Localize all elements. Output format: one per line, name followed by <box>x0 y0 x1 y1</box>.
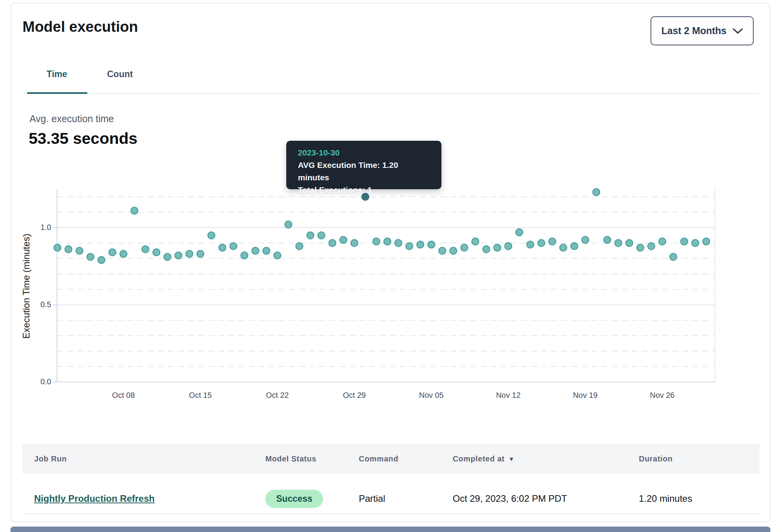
table-row-status-cell: Success <box>265 488 323 510</box>
scatter-point[interactable] <box>153 249 160 256</box>
scatter-point[interactable] <box>549 238 556 245</box>
scatter-point[interactable] <box>406 243 413 250</box>
scatter-point[interactable] <box>164 254 171 261</box>
column-header-command: Command <box>359 444 398 474</box>
scatter-point[interactable] <box>54 244 61 251</box>
tooltip-total-executions: Total Executions: 1 <box>298 184 430 196</box>
scatter-point[interactable] <box>230 243 237 250</box>
scatter-point[interactable] <box>329 240 336 247</box>
scatter-point[interactable] <box>681 238 688 245</box>
scatter-point[interactable] <box>87 254 94 261</box>
scatter-point[interactable] <box>615 240 622 247</box>
scatter-point[interactable] <box>692 240 699 247</box>
scatter-point[interactable] <box>175 252 182 259</box>
table-row-job-run-cell: Nightly Production Refresh <box>34 488 155 510</box>
scatter-point[interactable] <box>65 246 72 253</box>
scatter-point[interactable] <box>373 238 380 245</box>
sort-desc-icon: ▼ <box>509 456 514 462</box>
scatter-point[interactable] <box>483 246 490 253</box>
scatter-point[interactable] <box>307 232 314 239</box>
scatter-point[interactable] <box>648 243 655 250</box>
scatter-point[interactable] <box>186 250 193 257</box>
scatter-point[interactable] <box>395 240 402 247</box>
column-header-duration: Duration <box>639 444 673 474</box>
scatter-point[interactable] <box>417 241 424 248</box>
scatter-point[interactable] <box>219 244 226 251</box>
scatter-point[interactable] <box>604 237 611 244</box>
scatter-point[interactable] <box>109 249 116 256</box>
scatter-point[interactable] <box>538 240 545 247</box>
scatter-point[interactable] <box>252 247 259 254</box>
status-badge: Success <box>265 490 323 508</box>
scatter-point[interactable] <box>76 247 83 254</box>
scatter-point[interactable] <box>571 243 578 250</box>
column-header-model-status: Model Status <box>265 444 317 474</box>
scatter-point[interactable] <box>593 188 600 195</box>
scatter-point[interactable] <box>351 240 358 247</box>
scatter-point[interactable] <box>263 247 270 254</box>
table-row-command-cell: Partial <box>359 488 385 510</box>
scatter-point[interactable] <box>450 247 457 254</box>
scatter-point[interactable] <box>472 238 479 245</box>
scatter-point[interactable] <box>340 237 347 244</box>
scatter-point[interactable] <box>384 238 391 245</box>
scatter-point[interactable] <box>428 241 435 248</box>
scatter-point[interactable] <box>285 221 292 228</box>
scatter-point[interactable] <box>142 246 149 253</box>
scatter-point[interactable] <box>670 254 677 261</box>
table-row-completed-at-cell: Oct 29, 2023, 6:02 PM PDT <box>453 488 567 510</box>
scatter-point[interactable] <box>208 232 215 239</box>
scatter-point[interactable] <box>637 244 644 251</box>
column-header-completed-at[interactable]: Completed at ▼ <box>453 444 514 474</box>
scatter-point[interactable] <box>439 247 446 254</box>
scatter-point[interactable] <box>659 238 666 245</box>
scatter-point[interactable] <box>461 244 468 251</box>
table-row-duration-cell: 1.20 minutes <box>639 488 692 510</box>
scatter-point[interactable] <box>318 232 325 239</box>
scatter-point[interactable] <box>494 244 501 251</box>
tooltip-date: 2023-10-30 <box>298 147 430 159</box>
scatter-point[interactable] <box>98 257 105 264</box>
column-header-job-run: Job Run <box>34 444 67 474</box>
scatter-point[interactable] <box>626 240 633 247</box>
scatter-point[interactable] <box>516 229 523 236</box>
scatter-point[interactable] <box>703 238 710 245</box>
chart-tooltip: 2023-10-30 AVG Execution Time: 1.20 minu… <box>286 141 441 189</box>
scatter-point[interactable] <box>582 237 589 244</box>
scatter-point[interactable] <box>527 241 534 248</box>
scatter-point[interactable] <box>241 252 248 259</box>
scatter-point[interactable] <box>120 250 127 257</box>
scatter-point[interactable] <box>131 207 138 214</box>
scatter-point[interactable] <box>505 243 512 250</box>
scatter-point[interactable] <box>296 243 303 250</box>
scatter-point[interactable] <box>274 252 281 259</box>
scatter-point[interactable] <box>197 250 204 257</box>
scatter-point[interactable] <box>560 244 567 251</box>
tooltip-avg-execution-time: AVG Execution Time: 1.20 minutes <box>298 159 430 184</box>
job-run-link[interactable]: Nightly Production Refresh <box>34 493 155 504</box>
